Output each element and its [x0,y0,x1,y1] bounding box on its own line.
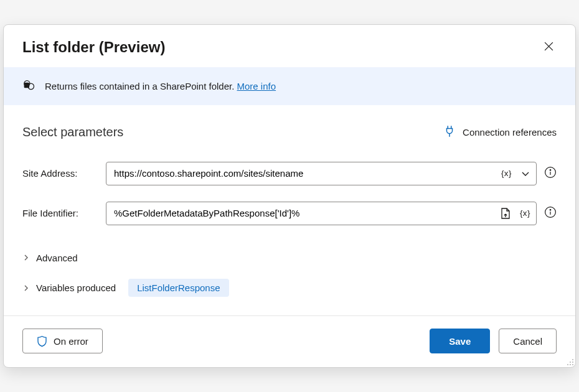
file-identifier-actions: {x} [498,205,532,222]
file-identifier-label: File Identifier: [22,208,98,218]
file-identifier-row: File Identifier: {x} [22,202,557,225]
site-address-input[interactable] [114,168,499,179]
connection-references-button[interactable]: Connection references [444,125,557,139]
dropdown-button[interactable] [519,167,532,180]
cancel-button[interactable]: Cancel [499,329,557,353]
insert-variable-button[interactable]: {x} [518,207,532,220]
more-info-link[interactable]: More info [237,81,276,91]
site-address-label: Site Address: [22,168,98,179]
svg-point-5 [550,169,551,170]
connection-references-label: Connection references [463,127,557,138]
plug-icon [444,125,455,139]
variables-expander[interactable]: Variables produced [22,282,116,293]
info-banner: S Returns files contained in a SharePoin… [4,67,575,105]
output-variable-chip[interactable]: ListFolderResponse [128,279,228,297]
file-identifier-input[interactable] [114,208,498,218]
save-button[interactable]: Save [430,329,490,353]
variable-icon: {x} [520,208,530,218]
section-title: Select parameters [22,125,123,139]
chevron-down-icon [520,169,530,179]
file-picker-button[interactable] [498,205,513,222]
variable-icon: {x} [501,169,512,178]
site-address-actions: {x} [499,167,532,180]
chevron-right-icon [22,254,30,261]
file-identifier-help-button[interactable] [544,206,557,221]
dialog: List folder (Preview) S Returns files co… [3,24,576,368]
variables-label: Variables produced [36,282,116,293]
sharepoint-icon: S [22,78,36,94]
close-icon [544,41,554,52]
advanced-expander[interactable]: Advanced [22,253,78,263]
close-button[interactable] [541,39,557,56]
info-icon [544,166,557,179]
file-picker-icon [500,207,511,220]
banner-description: Returns files contained in a SharePoint … [45,81,234,91]
dialog-body: Select parameters Connection references … [4,105,575,316]
shield-icon [37,335,47,347]
banner-text: Returns files contained in a SharePoint … [45,81,276,91]
parameters-header: Select parameters Connection references [22,125,557,139]
chevron-right-icon [22,284,30,292]
site-address-input-wrap[interactable]: {x} [106,162,537,185]
advanced-label: Advanced [36,253,78,263]
svg-point-7 [550,209,551,210]
dialog-header: List folder (Preview) [4,25,575,67]
footer-actions: Save Cancel [430,329,557,353]
dialog-footer: On error Save Cancel [4,315,575,367]
variables-produced-row: Variables produced ListFolderResponse [22,279,557,297]
on-error-button[interactable]: On error [22,329,103,353]
dialog-title: List folder (Preview) [22,39,165,56]
insert-variable-button[interactable]: {x} [499,167,514,180]
info-icon [544,206,557,218]
site-address-row: Site Address: {x} [22,162,557,185]
on-error-label: On error [54,336,88,347]
site-address-help-button[interactable] [544,166,557,181]
file-identifier-input-wrap[interactable]: {x} [106,202,537,225]
